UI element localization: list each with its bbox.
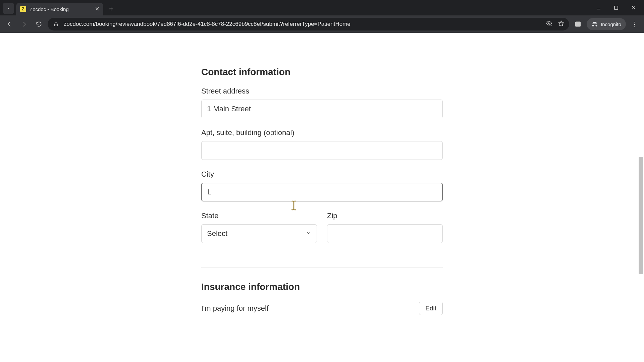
new-tab-button[interactable]: + [106,4,116,14]
page-viewport: Contact information Street address Apt, … [0,33,644,362]
svg-marker-5 [559,21,564,26]
edit-insurance-button[interactable]: Edit [419,302,443,315]
contact-info-heading: Contact information [201,67,443,77]
section-divider [201,49,443,49]
browser-window: Z Zocdoc - Booking ✕ + [0,0,644,362]
favicon-icon: Z [20,6,26,12]
bookmark-star-icon[interactable] [558,20,565,28]
tab-search-button[interactable] [3,3,14,14]
street-address-input[interactable] [201,100,443,118]
tab-strip: Z Zocdoc - Booking ✕ + [0,0,644,15]
maximize-button[interactable] [608,2,625,14]
side-panel-button[interactable] [572,18,584,30]
close-window-button[interactable] [625,2,642,14]
minimize-button[interactable] [590,2,607,14]
city-label: City [201,170,443,179]
reload-button[interactable] [33,18,45,30]
scrollbar-thumb[interactable] [639,157,643,274]
chevron-down-icon [306,230,312,237]
state-select[interactable] [201,224,317,243]
state-label: State [201,212,317,220]
city-input[interactable] [201,183,443,201]
tab-title: Zocdoc - Booking [30,6,69,12]
url-text: zocdoc.com/booking/reviewandbook/7ed867f… [64,21,351,27]
insurance-info-heading: Insurance information [201,282,443,292]
forward-button[interactable] [18,18,30,30]
street-address-label: Street address [201,87,443,96]
scrollbar-track[interactable] [638,33,644,362]
browser-tab[interactable]: Z Zocdoc - Booking ✕ [16,3,103,15]
incognito-label: Incognito [601,21,621,27]
incognito-indicator[interactable]: Incognito [587,18,626,30]
state-select-value[interactable] [201,224,317,243]
eye-off-icon[interactable] [546,20,552,28]
address-bar[interactable]: zocdoc.com/booking/reviewandbook/7ed867f… [48,18,569,31]
window-controls [590,0,642,15]
back-button[interactable] [3,18,15,30]
browser-toolbar: zocdoc.com/booking/reviewandbook/7ed867f… [0,15,644,33]
site-info-icon[interactable] [52,20,60,28]
svg-rect-1 [614,6,618,9]
apt-label: Apt, suite, building (optional) [201,128,443,137]
zip-label: Zip [327,212,443,220]
section-divider [201,267,443,267]
svg-rect-6 [576,22,581,26]
zip-input[interactable] [327,224,443,243]
insurance-selection-text: I'm paying for myself [201,304,269,313]
browser-menu-button[interactable]: ⋮ [629,18,641,30]
close-tab-button[interactable]: ✕ [95,6,99,12]
page-content: Contact information Street address Apt, … [0,33,644,362]
apt-input[interactable] [201,141,443,160]
